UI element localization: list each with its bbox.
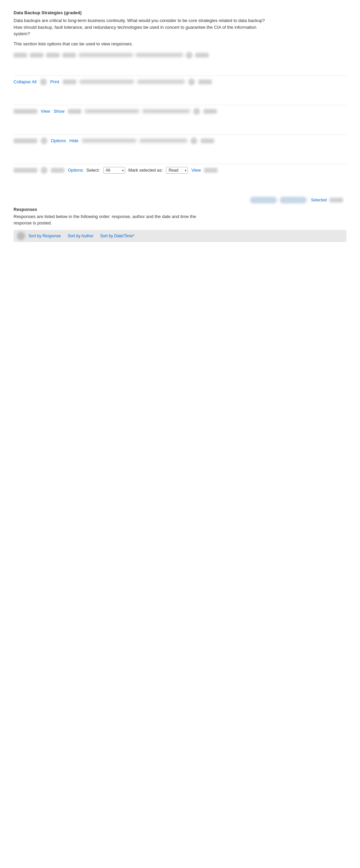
blurred-btn-1 (250, 197, 277, 203)
blurred-control-1 (14, 53, 27, 58)
mark-dropdown-wrapper[interactable]: Read Unread (166, 167, 188, 174)
blurred-ctrl-d1 (14, 168, 37, 173)
blurred-control-4 (62, 53, 76, 58)
blurred-control-2 (30, 53, 43, 58)
select-dropdown[interactable]: All Read Unread (103, 167, 125, 174)
section-note: This section lists options that can be u… (14, 41, 346, 46)
blurred-text-a2 (137, 80, 185, 84)
blurred-btn-2 (280, 197, 307, 203)
select-label: Select: (86, 168, 100, 173)
selected-badge: Selected (311, 198, 327, 202)
hide-link[interactable]: Hide (69, 138, 79, 143)
blurred-selected-ctrl (329, 198, 343, 202)
blurred-text-2 (136, 53, 183, 57)
blurred-text-a1 (80, 80, 134, 84)
mark-dropdown[interactable]: Read Unread (166, 167, 188, 174)
sort-bar: Sort by Response Sort by Author Sort by … (14, 230, 346, 242)
sort-by-response-link[interactable]: Sort by Response (28, 234, 61, 238)
blurred-text-b1 (85, 109, 139, 113)
view-link[interactable]: View (41, 109, 50, 114)
blurred-ctrl-a2 (198, 80, 212, 84)
blurred-ctrl-b3 (203, 109, 217, 114)
sort-by-author-link[interactable]: Sort by Author (67, 234, 93, 238)
sort-avatar (17, 232, 25, 240)
blurred-icon-d1 (41, 167, 47, 174)
select-dropdown-wrapper[interactable]: All Read Unread (103, 167, 125, 174)
question-body: Data backups are critical to long-term b… (14, 17, 271, 37)
blurred-icon-a1 (188, 79, 195, 85)
print-link[interactable]: Print (50, 79, 59, 84)
sort-by-datetime-link[interactable]: Sort by Date/Time* (100, 234, 134, 238)
responses-description: Responses are listed below in the follow… (14, 213, 203, 226)
blurred-icon-1 (186, 52, 193, 59)
mark-selected-label: Mark selected as: (128, 168, 163, 173)
options-link-2[interactable]: Options (68, 168, 83, 173)
blurred-ctrl-d3 (204, 168, 218, 173)
blurred-ctrl-a (63, 80, 76, 84)
blurred-control-3 (46, 53, 60, 58)
selected-row: Selected (14, 197, 346, 203)
blurred-ctrl-c2 (201, 138, 214, 143)
blurred-text-1 (79, 53, 133, 57)
blurred-icon-c2 (191, 137, 197, 144)
blurred-ctrl-c1 (14, 138, 37, 143)
print-icon (40, 79, 47, 85)
responses-section: Responses Responses are listed below in … (14, 207, 346, 242)
blurred-icon-c1 (41, 137, 47, 144)
view-link-2[interactable]: View (191, 168, 201, 173)
collapse-all-link[interactable]: Collapse All (14, 79, 37, 84)
question-title: Data Backup Strategies (graded) (14, 10, 346, 15)
show-link[interactable]: Show (54, 109, 65, 114)
blurred-control-5 (195, 53, 209, 58)
blurred-icon-b1 (193, 108, 200, 115)
blurred-text-c2 (140, 139, 187, 143)
blurred-text-c1 (82, 139, 136, 143)
blurred-ctrl-d2 (51, 168, 64, 173)
blurred-ctrl-b1 (14, 109, 37, 114)
blurred-ctrl-b2 (68, 109, 81, 114)
responses-title: Responses (14, 207, 346, 212)
options-link-1[interactable]: Options (51, 138, 66, 143)
blurred-text-b2 (142, 109, 190, 113)
